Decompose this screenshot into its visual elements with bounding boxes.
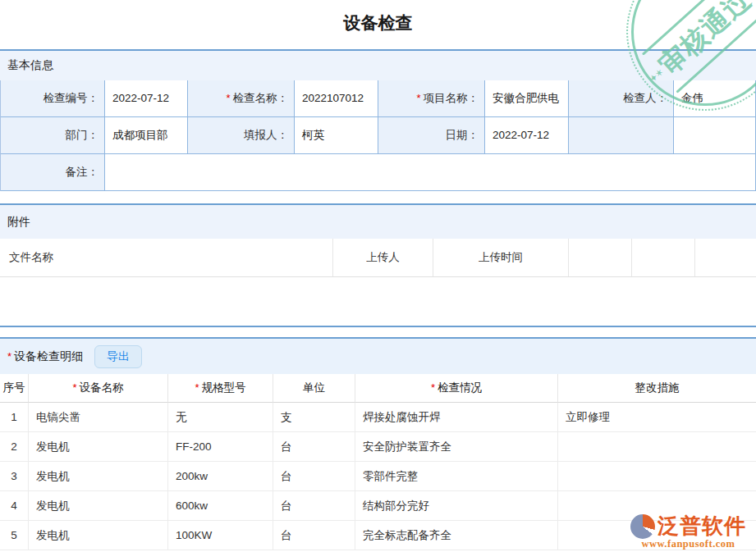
column-header-inspection-status: *检查情况 — [355, 374, 558, 403]
basic-info-section-header: 基本信息 — [0, 49, 756, 80]
field-label-project-name: *项目名称： — [378, 80, 485, 117]
required-asterisk: * — [195, 381, 199, 394]
column-header-file-name: 文件名称 — [0, 239, 333, 277]
cell-seq: 1 — [0, 403, 29, 432]
field-value-inspector: 金伟 — [674, 80, 756, 117]
field-label-inspection-name: *检查名称： — [188, 80, 295, 117]
field-label-date: 日期： — [378, 117, 485, 154]
required-asterisk: * — [416, 92, 420, 104]
field-value-project-name: 安徽合肥供电 — [485, 80, 569, 117]
cell-inspection-status: 零部件完整 — [355, 462, 558, 491]
column-header-uploader: 上传人 — [333, 239, 433, 277]
column-header-empty — [632, 239, 695, 277]
required-asterisk: * — [226, 92, 230, 104]
cell-seq: 4 — [0, 491, 29, 521]
cell-corrective-action — [558, 432, 756, 462]
basic-info-section-title: 基本信息 — [7, 58, 53, 73]
attachments-section-title: 附件 — [7, 215, 30, 230]
cell-unit: 台 — [273, 491, 355, 521]
field-value-empty — [674, 117, 756, 154]
field-label-inspector: 检查人： — [569, 80, 674, 117]
details-table-header: 序号 *设备名称 *规格型号 单位 *检查情况 整改措施 — [0, 374, 756, 403]
cell-spec-model: FF-200 — [168, 432, 273, 462]
cell-inspection-status: 焊接处腐蚀开焊 — [355, 403, 558, 432]
cell-spec-model: 200kw — [168, 462, 273, 491]
attachments-panel: 附件 文件名称 上传人 上传时间 — [0, 203, 756, 327]
table-row: 2 发电机 FF-200 台 安全防护装置齐全 — [0, 432, 756, 462]
basic-info-table: 检查编号： 2022-07-12 *检查名称： 2022107012 *项目名称… — [0, 80, 756, 191]
field-label-department: 部门： — [1, 117, 105, 154]
cell-seq: 2 — [0, 432, 29, 462]
cell-equipment-name: 发电机 — [29, 491, 168, 521]
field-value-date: 2022-07-12 — [485, 117, 569, 154]
cell-corrective-action: 立即修理 — [558, 403, 756, 432]
column-header-spec-model: *规格型号 — [168, 374, 273, 403]
field-value-inspection-name: 2022107012 — [295, 80, 378, 117]
page-title: 设备检查 — [0, 0, 756, 47]
field-label-remark: 备注： — [1, 154, 105, 191]
vendor-logo-row: 泛普软件 — [630, 512, 746, 541]
cell-equipment-name: 发电机 — [29, 432, 168, 462]
cell-seq: 3 — [0, 462, 29, 491]
attachments-section-header: 附件 — [0, 203, 756, 239]
field-label-inspection-no: 检查编号： — [1, 80, 105, 117]
cell-unit: 台 — [273, 432, 355, 462]
column-header-unit: 单位 — [273, 374, 355, 403]
required-asterisk: * — [72, 381, 76, 394]
cell-unit: 台 — [273, 462, 355, 491]
table-row: 3 发电机 200kw 台 零部件完整 — [0, 462, 756, 491]
cell-spec-model: 100KW — [168, 521, 273, 550]
field-value-department: 成都项目部 — [105, 117, 188, 154]
vendor-brand-name: 泛普软件 — [657, 512, 746, 541]
column-header-seq: 序号 — [0, 374, 29, 403]
fanpu-logo-icon — [630, 514, 655, 539]
field-label-empty — [569, 117, 674, 154]
cell-spec-model: 600kw — [168, 491, 273, 521]
cell-inspection-status: 结构部分完好 — [355, 491, 558, 521]
column-header-upload-time: 上传时间 — [433, 239, 569, 277]
export-button[interactable]: 导出 — [94, 345, 142, 368]
vendor-url: www.fanpusoft.com — [630, 538, 746, 550]
cell-equipment-name: 发电机 — [29, 521, 168, 550]
column-header-empty — [569, 239, 632, 277]
table-row: 1 电镐尖凿 无 支 焊接处腐蚀开焊 立即修理 — [0, 403, 756, 432]
cell-corrective-action — [558, 462, 756, 491]
field-value-remark — [105, 154, 756, 191]
cell-seq: 5 — [0, 521, 29, 550]
vendor-watermark: 泛普软件 www.fanpusoft.com — [630, 512, 746, 550]
cell-unit: 台 — [273, 521, 355, 550]
cell-spec-model: 无 — [168, 403, 273, 432]
attachments-empty-area — [0, 277, 756, 326]
cell-equipment-name: 发电机 — [29, 462, 168, 491]
equipment-inspection-page: 设备检查 ✦✶ 审核通过 ✦✶ 基本信息 检查编号： 2022-07-12 *检… — [0, 0, 756, 552]
cell-inspection-status: 安全防护装置齐全 — [355, 432, 558, 462]
column-header-empty — [695, 239, 756, 277]
details-section-title: 设备检查明细 — [14, 349, 83, 364]
field-label-filler: 填报人： — [188, 117, 295, 154]
field-value-inspection-no: 2022-07-12 — [105, 80, 188, 117]
required-asterisk: * — [7, 350, 11, 363]
cell-inspection-status: 完全标志配备齐全 — [355, 521, 558, 550]
details-section-header: * 设备检查明细 导出 — [0, 339, 756, 374]
field-value-filler: 柯英 — [295, 117, 378, 154]
required-asterisk: * — [431, 381, 435, 394]
column-header-equipment-name: *设备名称 — [29, 374, 168, 403]
cell-unit: 支 — [273, 403, 355, 432]
column-header-corrective-action: 整改措施 — [558, 374, 756, 403]
cell-equipment-name: 电镐尖凿 — [29, 403, 168, 432]
attachments-table-header: 文件名称 上传人 上传时间 — [0, 239, 756, 277]
